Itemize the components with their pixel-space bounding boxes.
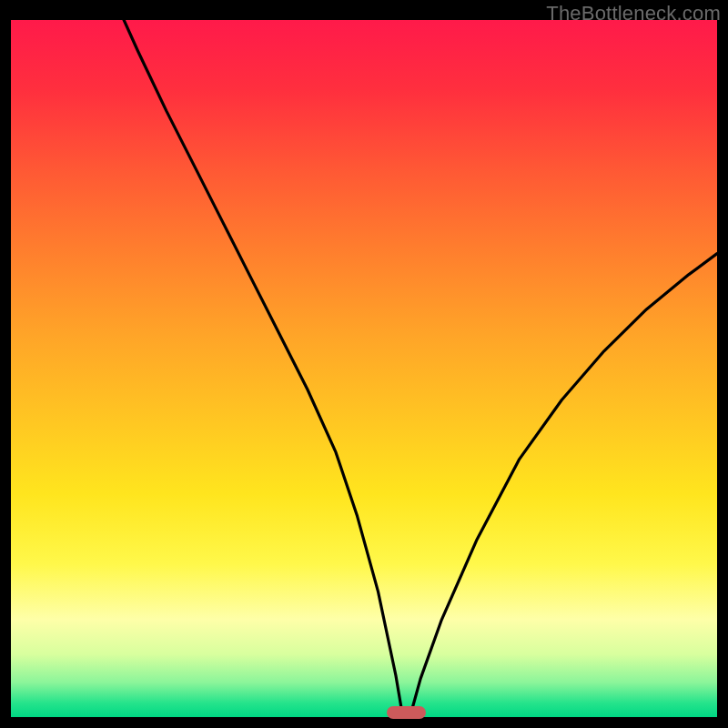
bottleneck-curve [11,20,717,717]
minimum-marker [387,706,426,719]
chart-frame: TheBottleneck.com [0,0,728,728]
plot-area [11,20,717,717]
